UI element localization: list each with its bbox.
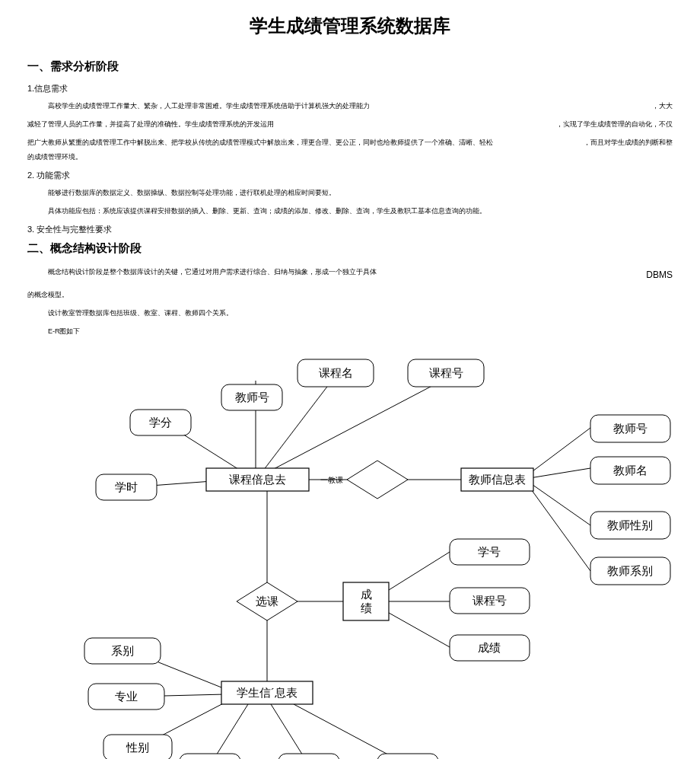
- attr-teacher-id: 教师号: [613, 422, 648, 435]
- para3-left: 把广大教师从繁重的成绩管理工作中解脱出来、把学校从传统的成绩管理模式中解放出来，…: [27, 136, 499, 166]
- attr-course-name: 课程名: [319, 366, 353, 379]
- svg-rect-38: [180, 754, 240, 759]
- svg-line-22: [294, 704, 408, 759]
- para1: 高校学生的成绩管理工作量大、繁杂，人工处理非常困难。学生成绩管理系统借助于计算机…: [27, 99, 673, 114]
- svg-line-13: [389, 552, 450, 590]
- attr-teacher-sex: 教师性别: [607, 518, 653, 531]
- sec2-para1-right: DBMS: [646, 265, 673, 285]
- entity-score-l2: 绩: [361, 601, 372, 614]
- svg-line-9: [530, 483, 590, 525]
- sec2-para1: 概念结构设计阶段是整个数据库设计的关键，它通过对用户需求进行综合、归纳与抽象，形…: [27, 265, 673, 285]
- svg-marker-45: [347, 461, 408, 499]
- para1-left: 高校学生的成绩管理工作量大、繁杂，人工处理非常困难。学生成绩管理系统借助于计算机…: [27, 99, 370, 114]
- entity-course-info: 课程倍息去: [229, 473, 286, 486]
- svg-line-10: [530, 487, 590, 571]
- page-title: 学生成绩管理系统数据库: [27, 14, 673, 38]
- attr-sex: 性别: [126, 741, 149, 754]
- svg-line-2: [271, 381, 442, 470]
- entity-teacher-info: 教师信息表: [469, 473, 526, 486]
- item1-label: 1.信息需求: [27, 83, 673, 94]
- sec2-para1-left: 概念结构设计阶段是整个数据库设计的关键，它通过对用户需求进行综合、归纳与抽象，形…: [27, 265, 377, 285]
- svg-line-20: [210, 704, 248, 759]
- para4: 能够进行数据库的数据定义、数据操纵、数据控制等处理功能，进行联机处理的相应时间要…: [27, 186, 673, 201]
- para5: 具体功能应包括：系统应该提供课程安排数据的插入、删除、更新、查询；成绩的添加、修…: [27, 204, 673, 219]
- para2: 减轻了管理人员的工作量，并提高了处理的准确性。学生成绩管理系统的开发运用 ，实现…: [27, 117, 673, 132]
- sec2-para3: 设计教室管理数据库包括班级、教室、课程、教师四个关系。: [27, 306, 673, 321]
- section2-heading: 二、概念结构设计阶段: [27, 241, 673, 256]
- attr-teacher-name: 教师名: [613, 464, 648, 477]
- para2-right: ，实现了学生成绩管理的自动化，不仅: [556, 117, 673, 132]
- entity-student-info: 学生信´息表: [237, 686, 298, 699]
- svg-rect-40: [377, 754, 438, 759]
- para3: 把广大教师从繁重的成绩管理工作中解脱出来、把学校从传统的成绩管理模式中解放出来，…: [27, 136, 673, 166]
- attr-teacher-id-top: 教师号: [235, 391, 269, 403]
- svg-line-8: [530, 468, 590, 478]
- rel-select-course: 选课: [256, 595, 278, 608]
- rel-teach: 一教课: [320, 475, 343, 483]
- svg-line-7: [530, 428, 590, 474]
- entity-score-l1: 成: [361, 588, 372, 601]
- attr-dept: 系别: [111, 644, 134, 657]
- attr-course-id: 课程号: [429, 366, 463, 379]
- item2-label: 2. 功能需求: [27, 170, 673, 181]
- attr-credit: 学分: [149, 416, 172, 429]
- attr-hours: 学时: [115, 480, 138, 493]
- attr-student-id-r: 学号: [478, 545, 501, 558]
- attr-course-id-r: 课程号: [473, 594, 507, 607]
- attr-major: 专业: [115, 690, 138, 703]
- svg-line-21: [271, 704, 309, 759]
- para2-left: 减轻了管理人员的工作量，并提高了处理的准确性。学生成绩管理系统的开发运用: [27, 117, 274, 132]
- item3-label: 3. 安全性与完整性要求: [27, 224, 673, 235]
- attr-teacher-dept: 教师系别: [607, 564, 653, 577]
- svg-rect-39: [278, 754, 339, 759]
- para1-right: ，大大: [652, 99, 673, 114]
- attr-score: 成绩: [478, 641, 501, 654]
- sec2-para2: 的概念模型。: [27, 288, 673, 303]
- svg-line-15: [389, 613, 450, 647]
- sec2-para4: E-R图如下: [27, 324, 673, 340]
- para3-right: ，而且对学生成绩的判断和整: [584, 136, 673, 151]
- section1-heading: 一、需求分析阶段: [27, 59, 673, 74]
- er-diagram: 课程名 课程号 教师号 学分 学时 课程倍息去 一教课 教师信息表 教师号 教师…: [27, 343, 673, 759]
